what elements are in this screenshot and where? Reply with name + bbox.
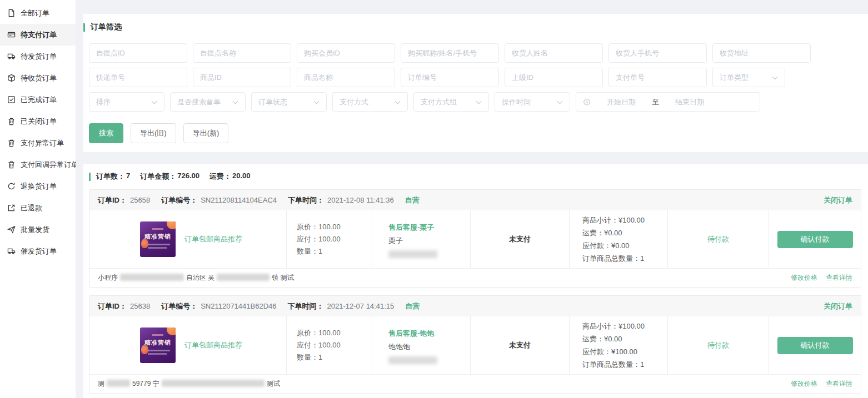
start-date-placeholder: 开始日期: [591, 97, 652, 107]
order-card-header: 订单ID：25638 订单编号：SN2112071441B62D46 下单时间：…: [89, 296, 861, 316]
action-cell: 确认付款: [769, 210, 861, 268]
search-button[interactable]: 搜索: [89, 123, 123, 143]
freight: 运费：¥0.00: [582, 332, 667, 345]
order-card-footer: 小程序自治区 吴镇 测试 修改价格 查看详情: [89, 268, 861, 287]
operate-time-select[interactable]: 操作时间: [495, 92, 570, 112]
footer-links: 修改价格 查看详情: [791, 273, 852, 283]
sidebar-item-label: 批量发货: [21, 225, 49, 235]
filter-title: 订单筛选: [85, 22, 122, 32]
redacted-text: [120, 274, 184, 281]
section-accent-bar: [89, 173, 91, 181]
footer-links: 修改价格 查看详情: [791, 379, 852, 389]
sidebar-item-completed[interactable]: 已完成订单: [0, 89, 76, 110]
sidebar-item-urge-shipment[interactable]: 催发货订单: [0, 240, 76, 262]
confirm-payment-button[interactable]: 确认付款: [777, 337, 853, 354]
document-icon: [7, 9, 16, 17]
customer-phone-redacted: [388, 356, 437, 364]
product-cell: 精准营销 订单包邮商品推荐: [89, 210, 286, 268]
order-sn-value: SN211208114104EAC4: [201, 196, 277, 204]
sidebar-item-payment-error[interactable]: 支付异常订单: [0, 132, 76, 154]
sidebar-item-refunded[interactable]: 已退款: [0, 197, 76, 219]
confirm-payment-button[interactable]: 确认付款: [777, 231, 853, 248]
order-type-select[interactable]: 订单类型: [712, 68, 785, 87]
operate-time-placeholder: 操作时间: [502, 97, 531, 107]
refresh-icon: [7, 182, 16, 190]
receiver-phone-input[interactable]: [608, 43, 707, 63]
view-detail-link[interactable]: 查看详情: [826, 273, 852, 283]
sidebar-item-pending-payment[interactable]: 待支付订单: [0, 24, 76, 46]
order-time-label: 下单时间：: [288, 195, 324, 205]
sidebar-item-label: 待收货订单: [21, 73, 57, 83]
order-id-value: 25658: [130, 196, 150, 204]
sort-placeholder: 排序: [96, 97, 111, 107]
subtotal: 商品小计：¥100.00: [582, 214, 667, 226]
tracking-number-input[interactable]: [89, 68, 187, 87]
order-sn-input[interactable]: [401, 68, 499, 87]
order-card-body: 精准营销 订单包邮商品推荐 原价：100.00 应付：100.00 数量：1 售…: [89, 316, 861, 374]
buyer-nickname-input[interactable]: [401, 43, 499, 63]
export-old-button[interactable]: 导出(旧): [131, 123, 176, 143]
product-name-input[interactable]: [297, 68, 395, 87]
share-out-icon: [7, 204, 16, 212]
pickup-name-input[interactable]: [193, 43, 291, 63]
sidebar-item-callback-error[interactable]: 支付回调异常订单: [0, 154, 76, 175]
sidebar-item-closed[interactable]: 已关闭订单: [0, 110, 76, 132]
filter-row-3: 排序 是否搜索首单 订单状态 支付方式: [89, 92, 868, 112]
parent-id-input[interactable]: [505, 68, 603, 87]
order-sn-label: 订单编号：: [161, 195, 197, 205]
sidebar-item-all-orders[interactable]: 全部订单: [0, 2, 76, 24]
filter-rows: 订单类型 排序 是否搜索首单 订单状态: [83, 32, 868, 112]
sidebar-item-pending-shipment[interactable]: 待发货订单: [0, 46, 76, 67]
stat-order-count: 订单数：7: [96, 172, 130, 182]
orders-stats-bar: 订单数：7 订单金额：726.00 运费：20.00: [89, 172, 861, 182]
modify-price-link[interactable]: 修改价格: [791, 273, 817, 283]
trash-icon: [7, 160, 16, 169]
payment-status-cell: 未支付: [470, 210, 569, 268]
self-operated-tag: 自营: [405, 301, 420, 311]
order-card: 订单ID：25638 订单编号：SN2112071441B62D46 下单时间：…: [89, 295, 861, 394]
end-date-placeholder: 结束日期: [659, 97, 720, 107]
date-separator: 至: [652, 97, 659, 107]
original-price: 原价：100.00: [297, 327, 372, 339]
order-card: 订单ID：25658 订单编号：SN211208114104EAC4 下单时间：…: [89, 189, 861, 288]
order-state: 待付款: [707, 340, 729, 350]
pickup-id-input[interactable]: [89, 43, 187, 63]
export-new-button[interactable]: 导出(新): [183, 123, 229, 143]
price-cell: 原价：100.00 应付：100.00 数量：1: [286, 316, 372, 374]
trash-icon: [7, 139, 16, 147]
first-order-placeholder: 是否搜索首单: [177, 97, 221, 107]
pay-method-select[interactable]: 支付方式: [332, 92, 408, 112]
receiver-name-input[interactable]: [505, 43, 603, 63]
close-order-link[interactable]: 关闭订单: [824, 195, 852, 205]
close-order-link[interactable]: 关闭订单: [824, 301, 852, 311]
sidebar-item-pending-receipt[interactable]: 待收货订单: [0, 67, 76, 89]
product-id-input[interactable]: [193, 68, 291, 87]
date-range-picker[interactable]: 开始日期 至 结束日期: [576, 92, 760, 112]
sidebar-item-returns[interactable]: 退换货订单: [0, 175, 76, 197]
view-detail-link[interactable]: 查看详情: [826, 379, 852, 389]
chevron-down-icon: [152, 98, 157, 104]
modify-price-link[interactable]: 修改价格: [791, 379, 817, 389]
customer-name: 饱饱饱: [388, 340, 470, 354]
sidebar-item-batch-shipment[interactable]: 批量发货: [0, 219, 76, 240]
sidebar-item-label: 待发货订单: [21, 52, 57, 62]
sort-select[interactable]: 排序: [89, 92, 164, 112]
product-name-link[interactable]: 订单包邮商品推荐: [184, 340, 242, 350]
chevron-down-icon: [233, 98, 238, 104]
filter-row-2: 订单类型: [89, 68, 868, 87]
after-sale-service: 售后客服-饱饱: [388, 327, 470, 340]
buyer-member-id-input[interactable]: [297, 43, 395, 63]
image-decor-line: [148, 350, 170, 351]
receiver-address-input[interactable]: [712, 43, 811, 63]
product-name-link[interactable]: 订单包邮商品推荐: [184, 234, 242, 244]
order-status-select[interactable]: 订单状态: [251, 92, 327, 112]
customer-phone-redacted: [388, 250, 437, 258]
product-image-text: 精准营销: [140, 339, 176, 347]
payment-sn-input[interactable]: [608, 68, 707, 87]
pay-method-group-select[interactable]: 支付方式组: [413, 92, 489, 112]
address-text: 测59779 宁测试: [98, 379, 280, 389]
first-order-select[interactable]: 是否搜索首单: [170, 92, 246, 112]
sidebar-item-label: 已完成订单: [21, 95, 57, 105]
stat-order-amount: 订单金额：726.00: [140, 172, 199, 182]
sidebar-item-label: 已关闭订单: [21, 117, 57, 127]
